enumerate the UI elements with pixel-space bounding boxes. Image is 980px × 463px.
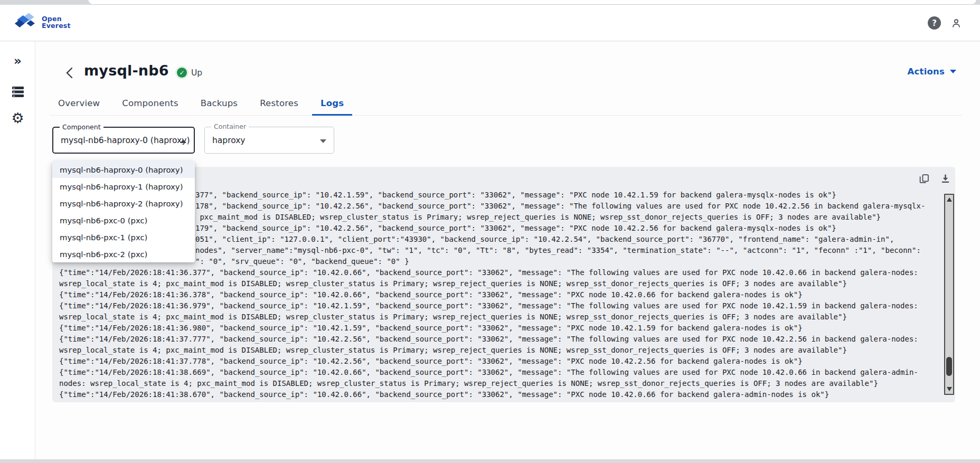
container-select-value: haproxy (212, 127, 246, 153)
log-toolbar (918, 173, 951, 184)
scroll-up-icon[interactable] (947, 197, 952, 202)
actions-label: Actions (908, 67, 945, 77)
status-check-icon: ✓ (177, 68, 187, 78)
log-line: {"time":"14/Feb/2026:18:41:37.778", "bac… (59, 356, 941, 367)
log-line: {"time":"14/Feb/2026:18:41:37.777", "bac… (59, 334, 941, 345)
component-menu-item[interactable]: mysql-nb6-haproxy-1 (haproxy) (52, 178, 195, 195)
status-badge: ✓ Up (177, 68, 202, 78)
log-line: wsrep_local_state is 4; pxc_maint_mod is… (59, 345, 941, 356)
expand-sidebar-icon[interactable]: » (0, 54, 35, 68)
log-line: nodes: wsrep_local_state is 4; pxc_maint… (59, 378, 941, 389)
log-scrollbar[interactable] (944, 194, 954, 395)
logo-wordmark: Open Everest (42, 15, 71, 29)
status-text: Up (191, 68, 202, 78)
container-select[interactable]: Container haproxy (204, 127, 334, 154)
chevron-up-icon (180, 139, 186, 143)
databases-list-icon[interactable] (0, 86, 35, 98)
account-icon[interactable] (950, 17, 962, 29)
tab-components[interactable]: Components (114, 94, 186, 115)
tab-restores[interactable]: Restores (251, 94, 307, 115)
log-line: {"time":"14/Feb/2026:18:41:36.980", "bac… (59, 323, 941, 334)
tab-backups[interactable]: Backups (192, 94, 246, 115)
log-line: {"time":"14/Feb/2026:18:41:36.377", "bac… (59, 267, 941, 278)
help-icon[interactable]: ? (928, 16, 941, 30)
component-select[interactable]: Component mysql-nb6-haproxy-0 (haproxy) (52, 127, 195, 154)
copy-logs-icon[interactable] (918, 173, 930, 184)
actions-button[interactable]: Actions (908, 67, 956, 77)
log-line: {"time":"14/Feb/2026:18:41:36.979", "bac… (59, 300, 941, 311)
browser-omnibox[interactable] (88, 0, 977, 5)
component-menu-item[interactable]: mysql-nb6-pxc-2 (pxc) (52, 245, 195, 262)
component-dropdown-menu: mysql-nb6-haproxy-0 (haproxy)mysql-nb6-h… (52, 161, 195, 262)
log-line: wsrep_local_state is 4; pxc_maint_mod is… (59, 311, 941, 323)
chevron-down-icon (950, 70, 956, 73)
component-menu-item[interactable]: mysql-nb6-haproxy-2 (haproxy) (52, 195, 195, 212)
collapsed-sidebar: » ⚙ (0, 41, 35, 459)
page-title: mysql-nb6 (84, 62, 169, 79)
bottom-chrome-strip (0, 459, 980, 463)
chevron-down-icon (320, 139, 326, 143)
logo-word-everest: Everest (42, 22, 71, 29)
log-line: {"time":"14/Feb/2026:18:41:38.669", "bac… (59, 367, 941, 378)
logo-mountain-icon (14, 12, 37, 32)
component-select-value: mysql-nb6-haproxy-0 (haproxy) (61, 128, 190, 153)
component-menu-item[interactable]: mysql-nb6-pxc-1 (pxc) (52, 229, 195, 245)
download-logs-icon[interactable] (939, 173, 951, 184)
log-line: wsrep_local_state is 4; pxc_maint_mod is… (59, 278, 941, 289)
log-line: {"time":"14/Feb/2026:18:41:36.378", "bac… (59, 289, 941, 300)
settings-gear-icon[interactable]: ⚙ (0, 110, 35, 126)
main-content: mysql-nb6 ✓ Up Actions OverviewComponent… (35, 41, 980, 459)
log-line: {"time":"14/Feb/2026:18:41:38.670", "bac… (59, 389, 941, 400)
tab-overview[interactable]: Overview (50, 94, 108, 115)
tab-logs[interactable]: Logs (312, 94, 352, 115)
app-screen: Open Everest ? » (0, 0, 980, 463)
open-everest-logo[interactable]: Open Everest (14, 12, 71, 32)
component-menu-item[interactable]: mysql-nb6-haproxy-0 (haproxy) (52, 161, 195, 178)
back-button[interactable] (62, 64, 78, 81)
tabs: OverviewComponentsBackupsRestoresLogs (50, 94, 962, 116)
scrollbar-thumb[interactable] (946, 357, 952, 376)
scroll-down-icon[interactable] (947, 387, 952, 391)
browser-chrome-strip (0, 0, 980, 5)
component-menu-item[interactable]: mysql-nb6-pxc-0 (pxc) (52, 212, 195, 229)
app-header: Open Everest ? (0, 5, 980, 41)
